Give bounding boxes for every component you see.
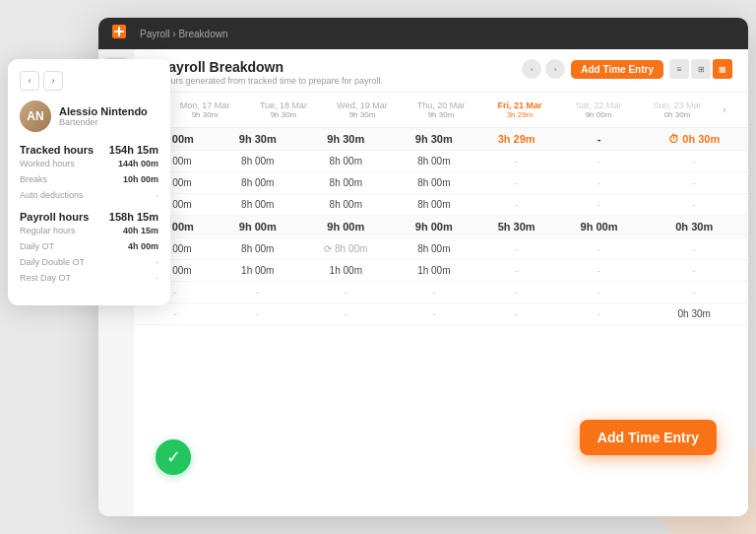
daily-ot-value: 4h 00m — [128, 241, 158, 251]
cell: 9h 30m — [393, 128, 475, 151]
avatar-image: AN — [20, 100, 51, 132]
cell: 3h 29m — [475, 128, 558, 151]
day-hours-wed: 9h 30m — [327, 110, 398, 119]
floating-add-time-button[interactable]: Add Time Entry — [580, 420, 717, 455]
check-icon: ✓ — [166, 446, 181, 468]
cell: 8h 00m — [393, 172, 475, 194]
panel-nav-next[interactable]: › — [43, 71, 63, 91]
cell: 8h 00m — [393, 194, 475, 216]
cell: 8h 00m — [217, 172, 299, 194]
day-name-sat: Sat, 22 Mar — [563, 100, 634, 110]
date-col-mon: Mon, 17 Mar 9h 30m — [165, 99, 244, 121]
daily-double-ot-value: - — [156, 257, 158, 267]
app-logo — [110, 23, 128, 44]
date-col-fri: Fri, 21 Mar 3h 29m — [480, 99, 559, 121]
cell: 9h 00m — [299, 216, 393, 238]
date-nav: ‹ Mon, 17 Mar 9h 30m Tue, 18 Mar 9h 30m … — [134, 93, 748, 128]
view-btn-list[interactable]: ≡ — [669, 59, 689, 79]
cell: - — [217, 303, 299, 325]
day-hours-tue: 9h 30m — [248, 110, 319, 119]
breadcrumb: Payroll › Breakdown — [140, 29, 227, 39]
breaks-value: 10h 00m — [123, 174, 158, 184]
cell: 9h 00m — [558, 216, 641, 238]
view-toggle: ≡ ⊞ ▦ — [669, 59, 732, 79]
page-header: ‹ Payroll Breakdown Hours generated from… — [134, 49, 748, 93]
cell: - — [640, 282, 748, 303]
cell: 0h 30m — [640, 216, 748, 238]
cell: - — [558, 282, 641, 303]
day-hours-sun: 0h 30m — [642, 110, 713, 119]
cell: 8h 00m — [299, 151, 393, 172]
cell: 8h 00m — [217, 238, 299, 260]
cell: - — [475, 260, 558, 282]
cell: 8h 00m — [217, 151, 299, 172]
auto-deductions-value: - — [156, 190, 158, 200]
auto-deductions-row: Auto deductions - — [20, 187, 158, 203]
cell: - — [558, 303, 641, 325]
cell: - — [640, 151, 748, 172]
rest-day-ot-value: - — [156, 273, 158, 283]
cell: ⟳ 8h 00m — [299, 238, 393, 260]
day-name-mon: Mon, 17 Mar — [169, 100, 240, 110]
table-row: 8h 00m 8h 00m 8h 00m 8h 00m - - - — [134, 194, 748, 216]
cell: - — [558, 260, 641, 282]
cell: 1h 00m — [299, 260, 393, 282]
add-time-entry-button[interactable]: Add Time Entry — [571, 60, 663, 79]
breaks-label: Breaks — [20, 174, 47, 184]
cell: - — [134, 303, 217, 325]
cell: - — [475, 282, 558, 303]
nav-prev-circle[interactable]: ‹ — [522, 59, 541, 79]
cell: - — [475, 151, 558, 172]
cell: ⏱ 0h 30m — [640, 128, 748, 151]
cell: - — [393, 303, 475, 325]
cell: 1h 00m — [217, 260, 299, 282]
table-row: 1h 00m 1h 00m 1h 00m 1h 00m - - - — [134, 260, 748, 282]
stats-section-2: Payroll hours 158h 15m Regular hours 40h… — [20, 211, 158, 286]
day-hours-fri: 3h 29m — [484, 110, 555, 119]
panel-nav-prev[interactable]: ‹ — [20, 71, 39, 91]
cell: - — [558, 238, 641, 260]
nav-next-circle[interactable]: › — [545, 59, 565, 79]
cell: 9h 00m — [217, 216, 299, 238]
cell: 5h 30m — [475, 216, 558, 238]
day-name-fri: Fri, 21 Mar — [484, 100, 555, 110]
worked-value: 144h 00m — [118, 159, 158, 168]
cell: - — [475, 303, 558, 325]
table-row: 9h 00m 9h 00m 9h 00m 9h 00m 5h 30m 9h 00… — [134, 216, 748, 238]
cell: - — [393, 282, 475, 303]
worked-hours-row: Worked hours 144h 00m — [20, 156, 158, 171]
regular-hours-label: Regular hours — [20, 226, 76, 235]
date-nav-next[interactable]: › — [717, 102, 732, 118]
rest-day-ot-row: Rest Day OT - — [20, 270, 158, 286]
cell: 9h 30m — [299, 128, 393, 151]
page-title: Payroll Breakdown — [159, 59, 383, 75]
rest-day-ot-label: Rest Day OT — [20, 273, 71, 283]
view-btn-table[interactable]: ▦ — [713, 59, 732, 79]
cell: - — [475, 194, 558, 216]
cell: - — [640, 238, 748, 260]
tracked-hours-label: Tracked hours 154h 15m — [20, 144, 158, 156]
cell: - — [558, 172, 641, 194]
view-btn-grid[interactable]: ⊞ — [691, 59, 711, 79]
table-row: 8h 00m 8h 00m ⟳ 8h 00m 8h 00m - - - — [134, 238, 748, 260]
daily-ot-row: Daily OT 4h 00m — [20, 238, 158, 254]
cell: - — [475, 238, 558, 260]
top-nav: Payroll › Breakdown — [98, 18, 748, 49]
auto-deductions-label: Auto deductions — [20, 190, 84, 200]
daily-double-ot-label: Daily Double OT — [20, 257, 85, 267]
cell: - — [217, 282, 299, 303]
page-header-right: ‹ › Add Time Entry ≡ ⊞ ▦ — [522, 59, 732, 79]
cell: - — [640, 194, 748, 216]
cell: - — [640, 260, 748, 282]
breaks-row: Breaks 10h 00m — [20, 171, 158, 187]
worked-label: Worked hours — [20, 159, 75, 168]
date-col-wed: Wed, 19 Mar 9h 30m — [323, 99, 402, 121]
day-name-tue: Tue, 18 Mar — [248, 100, 319, 110]
cell: - — [558, 194, 641, 216]
daily-double-ot-row: Daily Double OT - — [20, 254, 158, 270]
panel-nav: ‹ › — [20, 71, 158, 91]
day-name-wed: Wed, 19 Mar — [327, 100, 398, 110]
cell: 8h 00m — [393, 238, 475, 260]
date-col-thu: Thu, 20 Mar 9h 30m — [402, 99, 480, 121]
stats-section-1: Tracked hours 154h 15m Worked hours 144h… — [20, 144, 158, 203]
